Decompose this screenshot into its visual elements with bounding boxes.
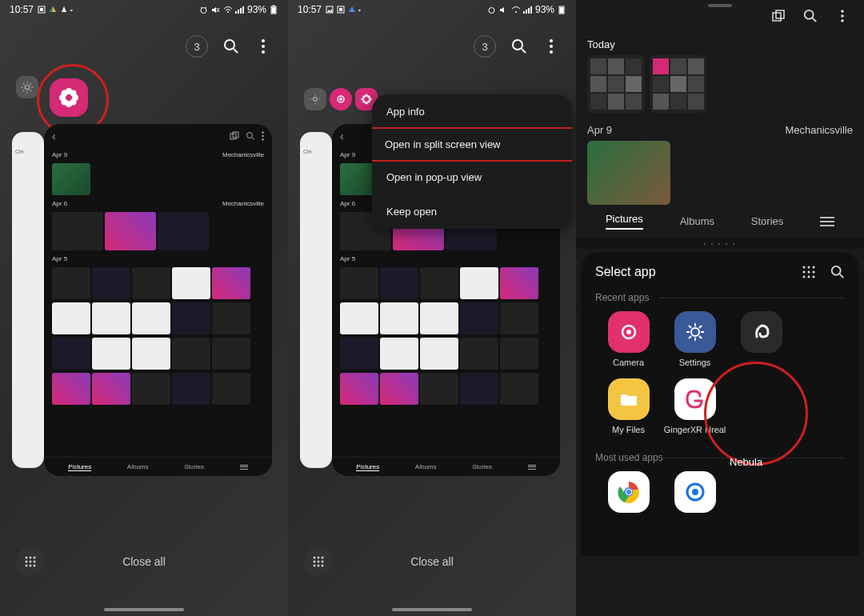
tab-stories[interactable]: Stories bbox=[751, 215, 783, 227]
apps-grid-button[interactable] bbox=[16, 547, 45, 576]
photo-thumb[interactable] bbox=[212, 302, 250, 334]
app-settings[interactable]: Settings bbox=[662, 311, 728, 367]
photo-thumb[interactable] bbox=[460, 373, 498, 405]
photo-thumb[interactable] bbox=[500, 373, 538, 405]
photo-thumb[interactable] bbox=[132, 373, 170, 405]
photo-thumb[interactable] bbox=[340, 338, 378, 370]
back-icon[interactable]: ‹ bbox=[52, 130, 56, 142]
photo-thumb[interactable] bbox=[172, 302, 210, 334]
apps-grid-icon[interactable] bbox=[802, 265, 816, 279]
menu-icon[interactable] bbox=[820, 217, 834, 226]
more-icon[interactable] bbox=[542, 38, 560, 55]
tab-albums[interactable]: Albums bbox=[415, 463, 437, 470]
tab-albums[interactable]: Albums bbox=[680, 215, 714, 227]
drag-handle[interactable] bbox=[708, 4, 732, 7]
app-chrome[interactable] bbox=[595, 471, 662, 518]
photo-thumb[interactable] bbox=[460, 267, 498, 299]
app-files[interactable]: My Files bbox=[595, 378, 662, 434]
menu-split-screen[interactable]: Open in split screen view bbox=[372, 127, 572, 162]
photo-thumb[interactable] bbox=[420, 267, 458, 299]
photo-thumb[interactable] bbox=[172, 373, 210, 405]
photo-thumb[interactable] bbox=[420, 373, 458, 405]
photo-thumb[interactable] bbox=[340, 302, 378, 334]
photo-thumb[interactable] bbox=[52, 373, 90, 405]
app-authenticator[interactable] bbox=[662, 471, 728, 518]
search-icon[interactable] bbox=[802, 7, 819, 25]
search-icon[interactable] bbox=[830, 265, 845, 279]
recents-count-badge[interactable]: 3 bbox=[186, 35, 208, 58]
photo-thumb[interactable] bbox=[52, 338, 90, 370]
photo-thumb[interactable] bbox=[500, 267, 538, 299]
photo-thumb[interactable] bbox=[92, 267, 130, 299]
photo-thumb[interactable] bbox=[172, 338, 210, 370]
photo-thumb[interactable] bbox=[587, 55, 645, 113]
tab-pictures[interactable]: Pictures bbox=[606, 213, 643, 230]
app-gingerxr[interactable]: GingerXR Nreal bbox=[662, 378, 728, 434]
photo-thumb[interactable] bbox=[105, 212, 156, 250]
tab-pictures[interactable]: Pictures bbox=[356, 463, 379, 471]
recents-card-behind[interactable]: On bbox=[300, 132, 332, 468]
photo-thumb[interactable] bbox=[420, 302, 458, 334]
card-more-icon[interactable] bbox=[262, 131, 264, 141]
menu-icon[interactable] bbox=[528, 465, 536, 470]
photo-thumb[interactable] bbox=[380, 373, 418, 405]
photo-thumb[interactable] bbox=[52, 212, 103, 250]
photo-thumb[interactable] bbox=[212, 267, 250, 299]
menu-app-info[interactable]: App info bbox=[372, 94, 572, 129]
multi-window-icon[interactable] bbox=[770, 7, 787, 25]
photo-thumb[interactable] bbox=[52, 163, 90, 195]
photo-thumb[interactable] bbox=[52, 267, 90, 299]
photo-thumb[interactable] bbox=[380, 267, 418, 299]
photo-thumb[interactable] bbox=[132, 302, 170, 334]
photo-thumb[interactable] bbox=[92, 338, 130, 370]
more-icon[interactable] bbox=[254, 38, 272, 55]
photo-thumb[interactable] bbox=[380, 338, 418, 370]
settings-app-icon[interactable] bbox=[16, 76, 38, 98]
menu-icon[interactable] bbox=[240, 465, 248, 470]
photo-thumb[interactable] bbox=[460, 338, 498, 370]
recents-card-behind[interactable]: On bbox=[12, 132, 44, 468]
tab-pictures[interactable]: Pictures bbox=[68, 463, 91, 471]
back-icon[interactable]: ‹ bbox=[340, 130, 344, 142]
tab-stories[interactable]: Stories bbox=[472, 463, 492, 470]
camera-app-icon[interactable] bbox=[330, 88, 352, 110]
photo-thumb[interactable] bbox=[340, 373, 378, 405]
split-divider[interactable]: • • • • • bbox=[576, 238, 864, 249]
photo-thumb[interactable] bbox=[132, 267, 170, 299]
settings-app-icon[interactable] bbox=[304, 88, 326, 110]
menu-keep-open[interactable]: Keep open bbox=[372, 194, 572, 229]
recents-card-gallery[interactable]: ‹ Apr 9 Mechanicsville Apr 6 Mechanicsvi… bbox=[44, 124, 272, 476]
home-indicator[interactable] bbox=[104, 608, 184, 611]
gallery-app-icon[interactable] bbox=[50, 78, 88, 117]
photo-thumb[interactable] bbox=[650, 55, 707, 113]
photo-thumb[interactable] bbox=[212, 373, 250, 405]
tab-albums[interactable]: Albums bbox=[127, 463, 149, 470]
photo-thumb[interactable] bbox=[500, 338, 538, 370]
card-search-icon[interactable] bbox=[246, 131, 255, 141]
home-indicator[interactable] bbox=[392, 608, 472, 611]
photo-thumb[interactable] bbox=[92, 302, 130, 334]
more-icon[interactable] bbox=[834, 7, 851, 25]
search-icon[interactable] bbox=[510, 38, 528, 55]
close-all-button[interactable]: Close all bbox=[410, 555, 454, 568]
tab-stories[interactable]: Stories bbox=[184, 463, 204, 470]
photo-thumb[interactable] bbox=[500, 302, 538, 334]
menu-popup-view[interactable]: Open in pop-up view bbox=[372, 160, 572, 194]
photo-thumb[interactable] bbox=[460, 302, 498, 334]
app-nebula[interactable]: . bbox=[728, 311, 794, 367]
photo-thumb[interactable] bbox=[212, 338, 250, 370]
photo-thumb[interactable] bbox=[380, 302, 418, 334]
photo-thumb[interactable] bbox=[587, 141, 670, 205]
photo-thumb[interactable] bbox=[92, 373, 130, 405]
photo-thumb[interactable] bbox=[52, 302, 90, 334]
photo-thumb[interactable] bbox=[132, 338, 170, 370]
photo-thumb[interactable] bbox=[340, 267, 378, 299]
photo-thumb[interactable] bbox=[420, 338, 458, 370]
photo-thumb[interactable] bbox=[158, 212, 209, 250]
apps-grid-button[interactable] bbox=[304, 547, 333, 576]
app-camera[interactable]: Camera bbox=[595, 311, 662, 367]
recents-count-badge[interactable]: 3 bbox=[474, 35, 496, 58]
search-icon[interactable] bbox=[222, 38, 240, 55]
close-all-button[interactable]: Close all bbox=[122, 555, 166, 568]
card-multi-window-icon[interactable] bbox=[230, 131, 239, 141]
